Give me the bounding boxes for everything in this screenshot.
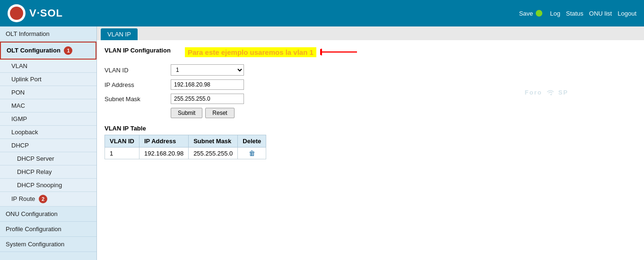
sidebar-item-dhcp-snooping[interactable]: DHCP Snooping (0, 179, 96, 192)
table-title: VLAN IP Table (104, 125, 636, 132)
cell-subnet-mask: 255.255.255.0 (189, 147, 238, 159)
logo-text: V·SOL (29, 7, 63, 19)
vlan-id-select[interactable]: 1 (171, 64, 244, 76)
table-row: 1 192.168.20.98 255.255.255.0 🗑 (105, 147, 266, 159)
sidebar-item-dhcp-relay[interactable]: DHCP Relay (0, 165, 96, 179)
cell-vlan-id: 1 (105, 147, 139, 159)
sidebar-item-dhcp[interactable]: DHCP (0, 139, 96, 152)
subnet-mask-label: Subnet Mask (104, 95, 171, 103)
save-area: Save (519, 10, 543, 17)
sidebar-item-igmp[interactable]: IGMP (0, 113, 96, 126)
col-header-subnet-mask: Subnet Mask (189, 135, 238, 147)
sidebar-item-vlan[interactable]: VLAN (0, 60, 96, 73)
logout-link[interactable]: Logout (618, 10, 636, 17)
sidebar-item-ip-route[interactable]: IP Route 2 (0, 192, 96, 207)
sidebar-item-system-configuration[interactable]: System Configuration (0, 237, 96, 252)
arrow-icon (320, 47, 358, 57)
sidebar-item-dhcp-server[interactable]: DHCP Server (0, 152, 96, 165)
content-area: VLAN IP Configuration Para este ejemplo … (97, 40, 644, 166)
layout: OLT Information OLT Configuration 1 VLAN… (0, 26, 644, 260)
vlan-ip-table: VLAN ID IP Address Subnet Mask Delete 1 … (104, 135, 266, 159)
status-link[interactable]: Status (566, 10, 583, 17)
vsol-logo-icon (8, 4, 26, 22)
col-header-vlan-id: VLAN ID (105, 135, 139, 147)
tab-bar: VLAN IP (97, 26, 644, 40)
section-title: VLAN IP Configuration (104, 47, 171, 54)
annotation-text: Para este ejemplo usaremos la vlan 1 (185, 47, 316, 57)
vlan-id-row: VLAN ID 1 (104, 64, 636, 76)
ip-address-label: IP Address (104, 81, 171, 88)
sidebar-item-pon[interactable]: PON (0, 86, 96, 99)
header-nav: Save Log Status ONU list Logout (519, 10, 636, 17)
sidebar: OLT Information OLT Configuration 1 VLAN… (0, 26, 97, 260)
cell-ip-address: 192.168.20.98 (139, 147, 189, 159)
col-header-delete: Delete (238, 135, 266, 147)
logo-area: V·SOL (8, 4, 63, 22)
ip-address-row: IP Address (104, 79, 636, 90)
sidebar-item-loopback[interactable]: Loopback (0, 126, 96, 139)
ip-address-input[interactable] (171, 79, 244, 90)
save-status-dot (536, 10, 542, 17)
vlan-id-label: VLAN ID (104, 67, 171, 74)
header-links: Log Status ONU list Logout (550, 10, 636, 17)
form-buttons: Submit Reset (171, 108, 636, 118)
badge-1: 1 (64, 46, 72, 55)
save-label[interactable]: Save (519, 10, 533, 17)
header: V·SOL Save Log Status ONU list Logout (0, 0, 644, 26)
sidebar-item-profile-configuration[interactable]: Profile Configuration (0, 222, 96, 237)
sidebar-item-onu-configuration[interactable]: ONU Configuration (0, 207, 96, 222)
sidebar-item-olt-configuration[interactable]: OLT Configuration 1 (0, 42, 96, 60)
tab-vlan-ip[interactable]: VLAN IP (101, 28, 138, 40)
onu-list-link[interactable]: ONU list (589, 10, 612, 17)
sidebar-item-mac[interactable]: MAC (0, 99, 96, 113)
submit-button[interactable]: Submit (171, 108, 202, 118)
col-header-ip-address: IP Address (139, 135, 189, 147)
badge-2: 2 (39, 195, 47, 203)
sidebar-item-uplink-port[interactable]: Uplink Port (0, 73, 96, 86)
main-content: VLAN IP VLAN IP Configuration Para este … (97, 26, 644, 260)
sidebar-item-olt-information[interactable]: OLT Information (0, 26, 96, 42)
reset-button[interactable]: Reset (205, 108, 234, 118)
subnet-mask-row: Subnet Mask (104, 94, 636, 104)
subnet-mask-input[interactable] (171, 94, 244, 104)
log-link[interactable]: Log (550, 10, 560, 17)
cell-delete[interactable]: 🗑 (238, 147, 266, 159)
delete-button[interactable]: 🗑 (249, 149, 255, 157)
